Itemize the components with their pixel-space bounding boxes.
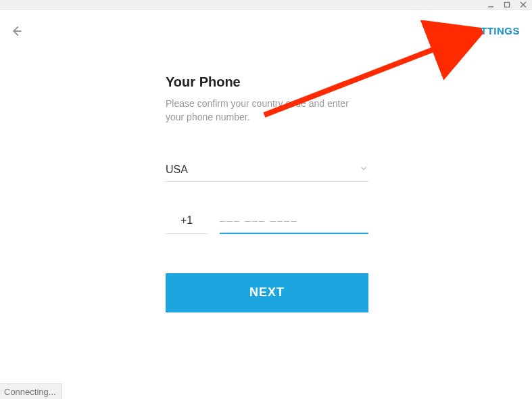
- phone-row: [166, 214, 368, 234]
- minimize-button[interactable]: [486, 0, 495, 9]
- country-code-input[interactable]: [166, 214, 208, 234]
- page-subtitle: Please confirm your country code and ent…: [166, 97, 368, 124]
- chevron-down-icon: [359, 164, 368, 176]
- status-text: Connecting...: [0, 383, 62, 399]
- settings-link[interactable]: SETTINGS: [466, 25, 520, 37]
- page-title: Your Phone: [166, 74, 368, 90]
- country-select[interactable]: USA: [166, 164, 368, 182]
- back-button[interactable]: [10, 25, 24, 39]
- next-button[interactable]: NEXT: [166, 273, 368, 312]
- svg-rect-1: [505, 3, 510, 7]
- country-name: USA: [166, 164, 188, 176]
- close-button[interactable]: [518, 0, 528, 9]
- login-form: Your Phone Please confirm your country c…: [166, 74, 368, 312]
- maximize-button[interactable]: [502, 0, 512, 9]
- top-row: SETTINGS: [0, 24, 532, 44]
- phone-number-input[interactable]: [220, 214, 368, 234]
- title-bar: [0, 0, 532, 10]
